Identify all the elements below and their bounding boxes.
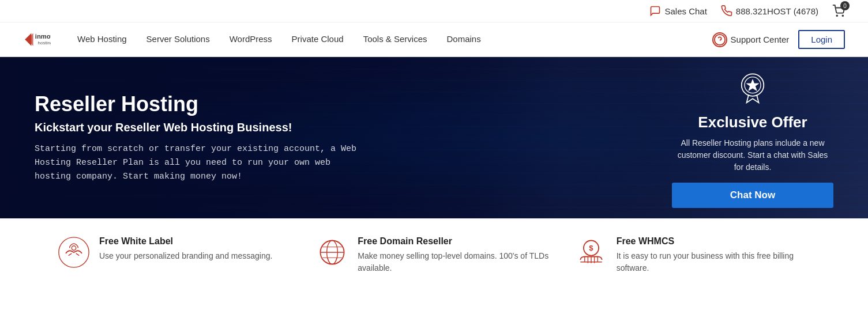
svg-text:inmotion: inmotion	[35, 33, 51, 40]
svg-marker-10	[747, 80, 759, 90]
phone-link[interactable]: 888.321HOST (4678)	[721, 5, 818, 17]
nav-item-domains[interactable]: Domains	[438, 22, 490, 57]
chat-icon	[649, 5, 661, 17]
feature-domain-reseller: Free Domain Reseller Make money selling …	[316, 236, 551, 274]
logo-icon: inmotion hosting	[23, 28, 51, 51]
nav-item-server-solutions[interactable]: Server Solutions	[137, 22, 219, 57]
navigation: inmotion hosting Web Hosting Server Solu…	[0, 22, 868, 57]
phone-label: 888.321HOST (4678)	[736, 6, 818, 16]
domain-reseller-body: Make money selling top-level domains. 10…	[358, 250, 551, 274]
svg-point-1	[842, 15, 843, 16]
features-section: Free White Label Use your personalized b…	[0, 218, 868, 292]
hero-subtitle: Kickstart your Reseller Web Hosting Busi…	[35, 121, 369, 134]
exclusive-offer-body: All Reseller Hosting plans include a new…	[672, 137, 833, 173]
domain-reseller-text: Free Domain Reseller Make money selling …	[358, 236, 551, 274]
whmcs-icon: $	[575, 236, 607, 268]
svg-point-12	[72, 246, 76, 250]
whmcs-body: It is easy to run your business with thi…	[617, 250, 810, 274]
svg-point-0	[836, 15, 837, 16]
cart-button[interactable]: 0	[832, 5, 845, 17]
feature-white-label: Free White Label Use your personalized b…	[58, 236, 293, 274]
logo[interactable]: inmotion hosting	[23, 28, 51, 51]
whmcs-text: Free WHMCS It is easy to run your busine…	[617, 236, 810, 274]
hero-content: Reseller Hosting Kickstart your Reseller…	[0, 75, 404, 201]
cart-count: 0	[840, 1, 850, 10]
sales-chat-link[interactable]: Sales Chat	[649, 5, 707, 17]
hero-section: Reseller Hosting Kickstart your Reseller…	[0, 57, 868, 218]
nav-right: Support Center Login	[712, 30, 845, 49]
white-label-body: Use your personalized branding and messa…	[99, 250, 272, 262]
support-center-link[interactable]: Support Center	[712, 32, 790, 47]
nav-item-wordpress[interactable]: WordPress	[220, 22, 281, 57]
feature-whmcs: $ Free WHMCS It is easy to run your busi…	[575, 236, 810, 274]
domain-reseller-icon	[316, 236, 348, 268]
svg-text:hosting: hosting	[38, 40, 51, 45]
domain-reseller-title: Free Domain Reseller	[358, 236, 551, 247]
top-bar: Sales Chat 888.321HOST (4678) 0	[0, 0, 868, 22]
svg-text:$: $	[589, 244, 593, 252]
support-icon	[712, 32, 727, 47]
chat-now-button[interactable]: Chat Now	[672, 183, 833, 208]
hero-title: Reseller Hosting	[35, 92, 369, 116]
nav-item-tools-services[interactable]: Tools & Services	[354, 22, 437, 57]
nav-items: Web Hosting Server Solutions WordPress P…	[68, 22, 712, 57]
nav-item-private-cloud[interactable]: Private Cloud	[283, 22, 353, 57]
phone-icon	[721, 5, 732, 17]
hero-right-panel: Exclusive Offer All Reseller Hosting pla…	[672, 67, 833, 208]
whmcs-title: Free WHMCS	[617, 236, 810, 247]
nav-item-web-hosting[interactable]: Web Hosting	[68, 22, 136, 57]
white-label-text: Free White Label Use your personalized b…	[99, 236, 272, 262]
white-label-icon	[58, 236, 90, 268]
white-label-title: Free White Label	[99, 236, 272, 247]
hero-body-text: Starting from scratch or transfer your e…	[35, 142, 369, 184]
sales-chat-label: Sales Chat	[664, 6, 707, 16]
exclusive-offer-icon	[732, 67, 773, 108]
login-button[interactable]: Login	[798, 30, 845, 49]
exclusive-offer-title: Exclusive Offer	[672, 113, 833, 131]
support-center-label: Support Center	[731, 35, 790, 44]
